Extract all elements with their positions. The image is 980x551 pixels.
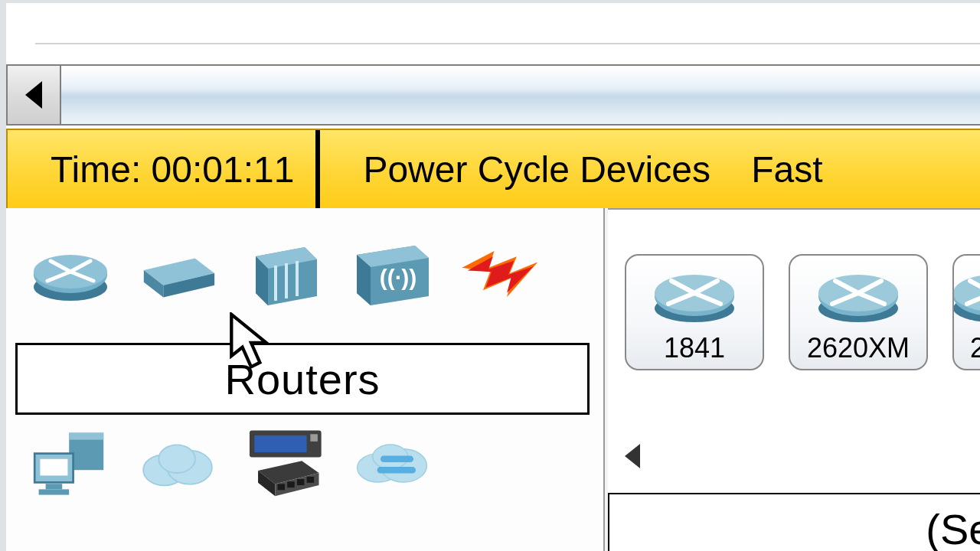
category-row-1: ((·)) <box>29 240 541 309</box>
svg-rect-40 <box>381 455 413 462</box>
time-value: 00:01:11 <box>152 149 295 190</box>
gallery-scroll-left-button[interactable] <box>625 444 640 468</box>
category-row-2 <box>29 430 433 499</box>
selected-category-label: Routers <box>15 343 590 415</box>
svg-rect-19 <box>69 433 103 440</box>
switches-category[interactable] <box>136 240 219 309</box>
svg-rect-21 <box>40 459 67 476</box>
device-select-hint: (Sele <box>608 493 980 551</box>
device-category-palette: ((·)) Routers <box>6 208 605 551</box>
custom-devices-category[interactable] <box>243 430 326 499</box>
svg-rect-34 <box>287 481 295 487</box>
router-2620xm[interactable]: 2620XM <box>789 254 928 370</box>
timeline-scroll-left-button[interactable] <box>8 66 61 124</box>
window-border-left <box>0 0 6 551</box>
power-cycle-devices-button[interactable]: Power Cycle Devices <box>363 149 710 190</box>
wireless-category[interactable]: ((·)) <box>351 240 433 309</box>
device-select-hint-text: (Sele <box>926 504 980 552</box>
device-chooser: ((·)) Routers <box>6 208 980 551</box>
router-icon <box>29 246 112 304</box>
svg-rect-28 <box>254 435 306 452</box>
svg-point-26 <box>158 445 195 473</box>
cloud-icon <box>136 432 219 497</box>
svg-rect-41 <box>377 467 416 474</box>
connections-category[interactable] <box>458 240 541 309</box>
router-1841[interactable]: 1841 <box>625 254 764 370</box>
timeline-scrollbar <box>6 64 980 126</box>
device-label: 1841 <box>664 332 725 364</box>
svg-text:((·)): ((·)) <box>380 265 416 290</box>
end-devices-icon <box>29 425 112 504</box>
svg-rect-23 <box>39 489 70 494</box>
chevron-left-icon <box>25 81 42 109</box>
multiuser-cloud-category[interactable] <box>351 430 433 499</box>
multiuser-cloud-icon <box>351 426 433 503</box>
fast-forward-button[interactable]: Fast <box>751 149 822 190</box>
switch-icon <box>136 247 219 302</box>
wireless-icon: ((·)) <box>352 241 432 308</box>
svg-rect-29 <box>310 434 318 442</box>
wan-emulation-category[interactable] <box>136 430 219 499</box>
router-icon <box>648 263 740 329</box>
hub-icon <box>250 241 320 308</box>
timeline-scroll-track[interactable] <box>61 66 980 124</box>
svg-rect-33 <box>277 484 285 490</box>
svg-rect-36 <box>307 477 315 483</box>
router-2621xm-partial[interactable]: 262 <box>952 254 980 370</box>
routers-category[interactable] <box>29 240 112 309</box>
simulation-time: Time: 00:01:11 <box>8 148 315 191</box>
end-devices-category[interactable] <box>29 430 112 499</box>
router-icon <box>812 263 904 329</box>
selected-category-text: Routers <box>224 354 380 404</box>
svg-rect-22 <box>46 484 63 489</box>
device-gallery: 1841 2620XM <box>608 208 980 551</box>
svg-rect-35 <box>297 479 305 485</box>
device-gallery-row: 1841 2620XM <box>625 254 980 370</box>
custom-devices-icon <box>243 416 326 514</box>
router-icon <box>952 263 980 329</box>
hubs-category[interactable] <box>243 240 326 309</box>
time-prefix: Time: <box>51 149 152 190</box>
window-border-top <box>0 0 980 3</box>
device-label: 262 <box>970 332 980 364</box>
status-actions: Power Cycle Devices Fast <box>320 148 822 191</box>
lightning-icon <box>458 244 541 305</box>
realtime-status-bar: Time: 00:01:11 Power Cycle Devices Fast <box>6 129 980 210</box>
toolbar-separator <box>35 43 980 44</box>
device-label: 2620XM <box>807 332 910 364</box>
